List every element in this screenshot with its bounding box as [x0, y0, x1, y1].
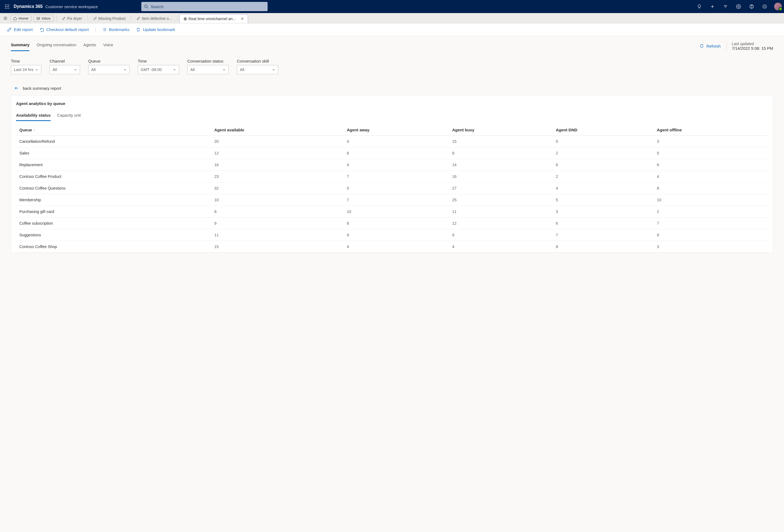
queue-name-cell: Suggestions: [16, 229, 212, 241]
metric-cell: 7: [344, 171, 449, 182]
filter-select[interactable]: All: [88, 65, 130, 74]
chevron-down-icon: [123, 68, 127, 71]
filter-icon[interactable]: [720, 1, 731, 12]
user-avatar[interactable]: [774, 3, 782, 10]
queue-name-cell: Cancellation/Refund: [16, 136, 212, 147]
back-summary-link[interactable]: back summary report: [14, 86, 773, 91]
home-icon: [13, 17, 17, 20]
filter-queue: Queue All: [88, 59, 130, 74]
metric-cell: 12: [449, 217, 553, 229]
app-launcher-icon[interactable]: [2, 2, 12, 11]
cmd-label: Update bookmark: [143, 27, 175, 32]
tab-agents[interactable]: Agents: [83, 41, 96, 51]
filter-select[interactable]: All: [50, 65, 80, 74]
metric-cell: 3: [553, 206, 654, 217]
column-header[interactable]: Agent offline: [654, 124, 768, 136]
svg-point-21: [765, 6, 765, 6]
lightbulb-icon[interactable]: [694, 1, 704, 12]
svg-point-16: [738, 6, 739, 7]
tab-realtime-omnichannel[interactable]: Real time omnichannel an... ✕: [179, 14, 248, 23]
subtab-availability-status[interactable]: Availability status: [16, 112, 51, 121]
report-tabs: Summary Ongoing conversation Agents Voic…: [11, 41, 773, 51]
emoji-icon[interactable]: [759, 1, 770, 12]
gear-icon[interactable]: [733, 1, 744, 12]
help-icon[interactable]: [747, 1, 757, 12]
refresh-button[interactable]: Refresh: [699, 43, 721, 49]
chevron-down-icon: [35, 68, 38, 71]
metric-cell: 9: [344, 229, 449, 241]
queue-name-cell: Contoso Coffee Product: [16, 171, 212, 182]
filter-select[interactable]: Last 24 hrs: [11, 65, 41, 74]
metric-cell: 6: [553, 217, 654, 229]
tab-summary[interactable]: Summary: [11, 41, 29, 51]
hamburger-icon[interactable]: [2, 13, 9, 23]
filter-value: GMT -08:00: [141, 67, 162, 72]
svg-point-18: [751, 7, 752, 8]
checkout-report-button[interactable]: Checkout default report: [39, 27, 89, 32]
tab-missing-product[interactable]: Missing Product: [89, 13, 130, 23]
subtab-capacity-unit[interactable]: Capacity unit: [57, 112, 81, 121]
queue-name-cell: Coffee subscription: [16, 217, 212, 229]
undo-icon: [39, 27, 44, 32]
edit-report-button[interactable]: Edit report: [7, 27, 33, 32]
sort-asc-icon: ↑: [34, 128, 35, 132]
filter-select[interactable]: All: [187, 65, 229, 74]
table-row: Replacement1641466: [16, 159, 768, 171]
filter-select[interactable]: GMT -08:00: [138, 65, 179, 74]
tab-item-defective[interactable]: Item defective o...: [133, 13, 176, 23]
global-search[interactable]: [141, 2, 268, 11]
table-row: Contoso Coffee Product2371624: [16, 171, 768, 182]
metric-cell: 4: [344, 159, 449, 171]
back-label: back summary report: [23, 86, 61, 91]
metric-cell: 25: [449, 194, 553, 206]
bookmarks-button[interactable]: Bookmarks: [102, 27, 129, 32]
close-icon[interactable]: ✕: [241, 17, 244, 21]
cmd-label: Edit report: [14, 27, 33, 32]
tab-fix-dryer[interactable]: Fix dryer: [58, 13, 86, 23]
update-bookmark-button[interactable]: Update bookmark: [136, 27, 175, 32]
metric-cell: 15: [449, 136, 553, 147]
table-row: Purchasing gift card8101132: [16, 206, 768, 217]
filter-select[interactable]: All: [237, 65, 278, 74]
filter-value: Last 24 hrs: [14, 67, 33, 72]
chevron-down-icon: [272, 68, 275, 71]
column-header[interactable]: Agent DND: [553, 124, 654, 136]
column-header[interactable]: Agent away: [344, 124, 449, 136]
tab-voice[interactable]: Voice: [103, 41, 113, 51]
metric-cell: 5: [344, 182, 449, 194]
globe-icon: [184, 17, 187, 21]
metric-cell: 15: [212, 241, 344, 253]
refresh-icon: [136, 27, 141, 32]
column-header[interactable]: Agent available: [212, 124, 344, 136]
svg-point-9: [144, 5, 147, 8]
tab-ongoing-conversation[interactable]: Ongoing conversation: [36, 41, 76, 51]
agent-analytics-card: Agent analytics by queue Availability st…: [11, 95, 773, 253]
metric-cell: 5: [654, 147, 768, 159]
svg-line-10: [147, 7, 148, 8]
filter-time: Time Last 24 hrs: [11, 59, 41, 74]
table-row: Suggestions119979: [16, 229, 768, 241]
column-header[interactable]: Agent busy: [449, 124, 553, 136]
inbox-label: Inbox: [41, 16, 51, 21]
metric-cell: 8: [654, 182, 768, 194]
search-input[interactable]: [150, 4, 265, 9]
filter-value: All: [190, 67, 195, 72]
column-header[interactable]: Queue↑: [16, 124, 212, 136]
filter-value: All: [53, 67, 57, 72]
card-title: Agent analytics by queue: [16, 101, 768, 106]
chevron-down-icon: [222, 68, 226, 71]
inbox-pill[interactable]: Inbox: [33, 15, 54, 22]
metric-cell: 6: [654, 159, 768, 171]
metric-cell: 8: [344, 217, 449, 229]
svg-point-6: [5, 8, 6, 9]
filter-label: Time: [138, 59, 179, 63]
metric-cell: 5: [553, 194, 654, 206]
metric-cell: 16: [449, 171, 553, 182]
arrow-left-icon: [14, 86, 19, 91]
metric-cell: 10: [212, 194, 344, 206]
card-subtabs: Availability status Capacity unit: [16, 112, 768, 121]
filter-label: Conversation skill: [237, 59, 278, 63]
plus-icon[interactable]: [707, 1, 718, 12]
home-pill[interactable]: Home: [10, 15, 31, 22]
metric-cell: 8: [212, 206, 344, 217]
